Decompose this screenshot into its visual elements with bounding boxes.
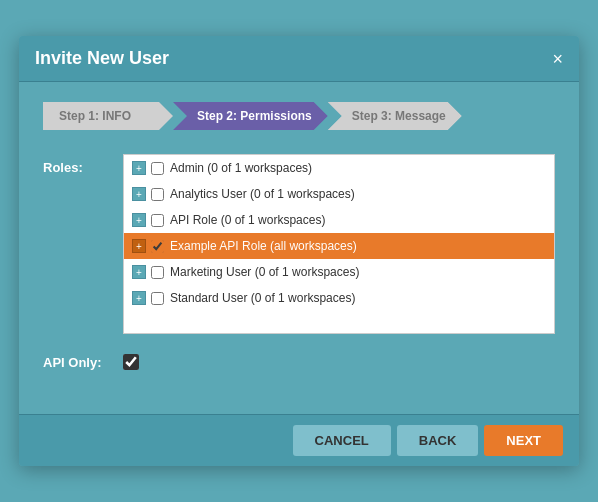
step-2: Step 2: Permissions — [173, 102, 328, 130]
close-button[interactable]: × — [552, 50, 563, 68]
role-checkbox-marketing-user[interactable] — [151, 266, 164, 279]
role-expand-admin[interactable]: + — [132, 161, 146, 175]
roles-list: +Admin (0 of 1 workspaces)+Analytics Use… — [124, 155, 554, 311]
role-label-standard-user: Standard User (0 of 1 workspaces) — [170, 291, 546, 305]
roles-list-container[interactable]: +Admin (0 of 1 workspaces)+Analytics Use… — [123, 154, 555, 334]
role-item-analytics-user[interactable]: +Analytics User (0 of 1 workspaces) — [124, 181, 554, 207]
role-checkbox-standard-user[interactable] — [151, 292, 164, 305]
next-button[interactable]: NEXT — [484, 425, 563, 456]
role-label-marketing-user: Marketing User (0 of 1 workspaces) — [170, 265, 546, 279]
step-1: Step 1: INFO — [43, 102, 173, 130]
role-checkbox-example-api-role[interactable] — [151, 240, 164, 253]
role-item-admin[interactable]: +Admin (0 of 1 workspaces) — [124, 155, 554, 181]
role-item-standard-user[interactable]: +Standard User (0 of 1 workspaces) — [124, 285, 554, 311]
dialog-body: Step 1: INFO Step 2: Permissions Step 3:… — [19, 82, 579, 414]
role-expand-example-api-role[interactable]: + — [132, 239, 146, 253]
cancel-button[interactable]: CANCEL — [293, 425, 391, 456]
roles-row: Roles: +Admin (0 of 1 workspaces)+Analyt… — [43, 154, 555, 334]
roles-label: Roles: — [43, 154, 123, 175]
back-button[interactable]: BACK — [397, 425, 479, 456]
step-3: Step 3: Message — [328, 102, 462, 130]
role-checkbox-admin[interactable] — [151, 162, 164, 175]
role-checkbox-api-role[interactable] — [151, 214, 164, 227]
dialog-footer: CANCEL BACK NEXT — [19, 414, 579, 466]
role-label-example-api-role: Example API Role (all workspaces) — [170, 239, 546, 253]
steps-bar: Step 1: INFO Step 2: Permissions Step 3:… — [43, 102, 555, 130]
role-expand-api-role[interactable]: + — [132, 213, 146, 227]
role-item-marketing-user[interactable]: +Marketing User (0 of 1 workspaces) — [124, 259, 554, 285]
api-only-row: API Only: — [43, 354, 555, 370]
role-expand-standard-user[interactable]: + — [132, 291, 146, 305]
role-item-api-role[interactable]: +API Role (0 of 1 workspaces) — [124, 207, 554, 233]
dialog-title: Invite New User — [35, 48, 169, 69]
role-expand-marketing-user[interactable]: + — [132, 265, 146, 279]
api-only-label: API Only: — [43, 355, 123, 370]
api-only-checkbox[interactable] — [123, 354, 139, 370]
role-checkbox-analytics-user[interactable] — [151, 188, 164, 201]
dialog-header: Invite New User × — [19, 36, 579, 82]
role-item-example-api-role[interactable]: +Example API Role (all workspaces) — [124, 233, 554, 259]
role-label-api-role: API Role (0 of 1 workspaces) — [170, 213, 546, 227]
role-expand-analytics-user[interactable]: + — [132, 187, 146, 201]
role-label-analytics-user: Analytics User (0 of 1 workspaces) — [170, 187, 546, 201]
role-label-admin: Admin (0 of 1 workspaces) — [170, 161, 546, 175]
invite-user-dialog: Invite New User × Step 1: INFO Step 2: P… — [19, 36, 579, 466]
